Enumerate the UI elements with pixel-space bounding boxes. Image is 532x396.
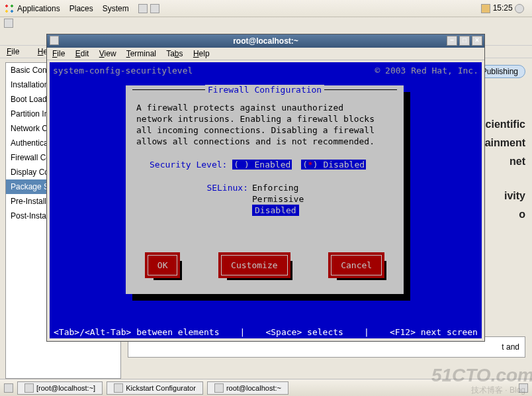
selinux-label: SELinux: <box>136 182 252 216</box>
gnome-top-panel: Applications Places System 15:25 <box>0 0 532 17</box>
ks-task-icon <box>114 383 123 393</box>
selinux-disabled[interactable]: Disabled <box>252 205 299 216</box>
volume-icon[interactable] <box>515 4 524 13</box>
tray-icon-1[interactable] <box>138 4 148 13</box>
tui-app-name: system-config-securitylevel <box>53 66 193 75</box>
terminal-body[interactable]: system-config-securitylevel © 2003 Red H… <box>50 62 482 338</box>
firewall-dialog: Firewall Configuration A firewall protec… <box>126 85 404 294</box>
term-menu-edit[interactable]: Edit <box>75 49 89 58</box>
terminal-title: root@localhost:~ <box>233 36 298 46</box>
terminal-titlebar[interactable]: root@localhost:~ – □ × <box>47 34 484 48</box>
ks-menu-file[interactable]: File <box>7 47 27 56</box>
task-terminal-2[interactable]: root@localhost:~ <box>207 381 288 395</box>
terminal-icon <box>50 36 59 45</box>
selinux-permissive[interactable]: Permissive <box>252 193 304 205</box>
radio-enabled[interactable]: ( ) Enabled <box>232 160 292 170</box>
system-menu[interactable]: System <box>103 4 129 13</box>
package-icon <box>481 4 490 13</box>
term-menu-tabs[interactable]: Tabs <box>166 49 183 58</box>
tui-copyright: © 2003 Red Hat, Inc. <box>375 66 478 75</box>
applications-menu[interactable]: Applications <box>17 4 60 13</box>
term-menu-view[interactable]: View <box>99 49 116 58</box>
dialog-desc: A firewall protects against unauthorized… <box>136 102 393 147</box>
close-button[interactable]: × <box>472 36 482 46</box>
task-terminal-1[interactable]: [root@localhost:~] <box>17 381 103 395</box>
clock[interactable]: 15:25 <box>481 3 524 13</box>
term-icon-1 <box>24 383 34 393</box>
customize-button[interactable]: Customize <box>221 255 287 275</box>
radio-disabled[interactable]: (*) Disabled <box>301 160 366 170</box>
selinux-options[interactable]: Enforcing Permissive Disabled <box>252 182 304 216</box>
selinux-enforcing[interactable]: Enforcing <box>252 182 304 193</box>
term-icon-2 <box>214 383 224 393</box>
minimize-button[interactable]: – <box>447 36 457 46</box>
term-menu-help[interactable]: Help <box>193 49 210 58</box>
security-level-label: Security Level: <box>150 160 227 170</box>
ok-button[interactable]: OK <box>148 255 178 275</box>
term-menu-file[interactable]: File <box>52 49 65 58</box>
gnome-bottom-panel: [root@localhost:~] Kickstart Configurato… <box>0 379 532 396</box>
applications-icon <box>4 3 15 14</box>
tray-icon-2[interactable] <box>150 4 159 13</box>
dialog-title: Firewall Configuration <box>205 85 324 95</box>
clock-time: 15:25 <box>493 3 513 13</box>
places-menu[interactable]: Places <box>69 4 93 13</box>
workspace-switcher[interactable] <box>519 383 528 393</box>
terminal-menubar: File Edit View Terminal Tabs Help <box>47 48 484 60</box>
dialog-buttons: OK Customize Cancel <box>126 255 404 275</box>
terminal-window: root@localhost:~ – □ × File Edit View Te… <box>46 34 485 342</box>
maximize-button[interactable]: □ <box>459 36 470 46</box>
task-kickstart[interactable]: Kickstart Configurator <box>107 381 203 395</box>
app-icon <box>4 19 13 28</box>
show-desktop-icon[interactable] <box>4 383 13 393</box>
term-menu-terminal[interactable]: Terminal <box>126 49 156 58</box>
cancel-button[interactable]: Cancel <box>331 255 382 275</box>
tui-hint: <Tab>/<Alt-Tab> between elements | <Spac… <box>54 327 478 337</box>
